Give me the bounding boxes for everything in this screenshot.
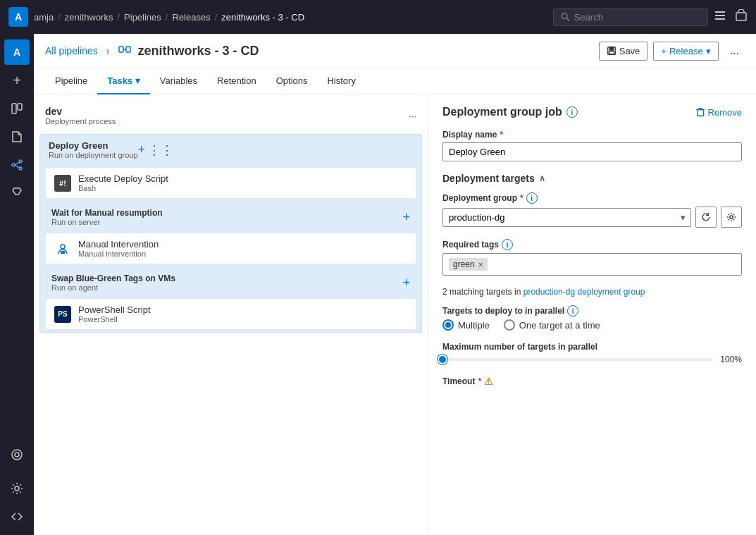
- slider-thumb[interactable]: [438, 355, 447, 364]
- bash-icon: #!: [54, 175, 71, 192]
- tag-remove-green[interactable]: ✕: [478, 261, 483, 269]
- refresh-icon: [701, 212, 711, 222]
- tab-retention[interactable]: Retention: [207, 68, 266, 94]
- tag-green: green ✕: [449, 258, 488, 271]
- deployment-group-job-info-icon[interactable]: i: [566, 106, 578, 118]
- nav-tabs: Pipeline Tasks ▾ Variables Retention Opt…: [34, 68, 756, 94]
- topbar-action-icons: [714, 9, 748, 25]
- sidebar-item-pipelines[interactable]: [4, 152, 30, 178]
- svg-point-9: [19, 160, 22, 163]
- task-name-execute-deploy: Execute Deploy Script: [78, 173, 407, 184]
- all-pipelines-link[interactable]: All pipelines: [45, 45, 98, 56]
- deployment-group-row: production-dg ▾: [442, 207, 742, 228]
- max-parallel-group: Maximum number of targets in parallel 10…: [442, 342, 742, 364]
- pipeline-icon: [118, 42, 132, 60]
- svg-line-11: [15, 162, 19, 165]
- phase-header-server: Wait for Manual resumption Run on server…: [40, 204, 421, 230]
- powershell-icon: PS: [54, 306, 71, 323]
- more-actions-button[interactable]: ...: [724, 41, 745, 61]
- trash-icon: [695, 107, 705, 117]
- radio-one-at-a-time[interactable]: One target at a time: [504, 319, 600, 331]
- stage-subtitle: Deployment process: [45, 117, 116, 125]
- svg-rect-25: [697, 110, 703, 116]
- matching-text: 2 matching targets in production-dg depl…: [442, 287, 742, 297]
- sidebar-item-testplans[interactable]: [4, 180, 30, 206]
- svg-rect-21: [609, 51, 614, 54]
- tab-history[interactable]: History: [317, 68, 365, 94]
- display-name-input[interactable]: [442, 142, 742, 161]
- page-title: zenithworks - 3 - CD: [118, 42, 259, 60]
- task-group-subtitle: Run on deployment group: [49, 151, 138, 159]
- task-group-drag-icon[interactable]: ⋮⋮: [148, 142, 173, 158]
- search-input[interactable]: [574, 12, 700, 23]
- topbar-breadcrumb: amja / zenithworks / Pipelines / Release…: [34, 12, 547, 23]
- svg-line-12: [15, 165, 19, 168]
- svg-rect-17: [126, 47, 130, 52]
- sidebar-item-collapse[interactable]: [4, 504, 30, 529]
- breadcrumb-zenithworks[interactable]: zenithworks: [65, 12, 113, 23]
- phase-header-agent: Swap Blue-Green Tags on VMs Run on agent…: [40, 269, 421, 296]
- content-area: dev Deployment process ··· Deploy Green …: [34, 94, 756, 535]
- task-group-header[interactable]: Deploy Green Run on deployment group + ⋮…: [40, 135, 421, 165]
- shop-icon[interactable]: [735, 9, 748, 25]
- task-item-manual-intervention[interactable]: Manual Intervention Manual intervention: [46, 233, 416, 264]
- tags-input[interactable]: green ✕: [442, 253, 742, 276]
- breadcrumb-releases[interactable]: Releases: [172, 12, 210, 23]
- svg-rect-20: [609, 47, 613, 50]
- tab-variables[interactable]: Variables: [150, 68, 207, 94]
- breadcrumb-amja[interactable]: amja: [34, 12, 54, 23]
- matching-link[interactable]: production-dg deployment group: [523, 287, 645, 297]
- remove-button[interactable]: Remove: [695, 107, 742, 118]
- search-box[interactable]: [553, 8, 708, 26]
- tab-tasks[interactable]: Tasks ▾: [97, 68, 150, 94]
- svg-rect-5: [736, 13, 746, 20]
- left-panel: dev Deployment process ··· Deploy Green …: [34, 94, 428, 535]
- timeout-group: Timeout * ⚠: [442, 376, 742, 387]
- task-group-deploy-green[interactable]: Deploy Green Run on deployment group + ⋮…: [39, 134, 422, 333]
- sidebar: A +: [0, 34, 34, 535]
- sidebar-item-repos[interactable]: [4, 124, 30, 149]
- refresh-button[interactable]: [695, 207, 717, 228]
- sidebar-item-artifacts[interactable]: [4, 442, 30, 467]
- save-icon: [607, 46, 616, 56]
- sidebar-item-new[interactable]: +: [4, 68, 30, 93]
- task-item-powershell[interactable]: PS PowerShell Script PowerShell: [46, 299, 416, 329]
- list-icon[interactable]: [714, 9, 726, 25]
- svg-rect-6: [12, 104, 16, 113]
- sidebar-item-settings[interactable]: [4, 476, 30, 501]
- save-button[interactable]: Save: [599, 42, 648, 61]
- tab-options[interactable]: Options: [266, 68, 318, 94]
- task-name-powershell: PowerShell Script: [78, 305, 407, 315]
- radio-one-indicator: [504, 319, 515, 331]
- slider-row: 100%: [442, 355, 742, 364]
- svg-rect-3: [715, 15, 725, 16]
- required-tags-info-icon[interactable]: i: [502, 239, 513, 250]
- sidebar-item-home[interactable]: A: [4, 39, 30, 65]
- person-icon: [54, 240, 71, 257]
- phase-sub-agent: Run on agent: [51, 283, 175, 292]
- release-button[interactable]: + Release ▾: [653, 42, 718, 61]
- task-group-add-icon[interactable]: +: [138, 142, 146, 158]
- deployment-targets-section[interactable]: Deployment targets ∧: [442, 173, 742, 184]
- deployment-group-select[interactable]: production-dg: [442, 208, 691, 227]
- svg-point-15: [15, 486, 19, 491]
- azure-devops-logo[interactable]: A: [8, 7, 28, 27]
- tab-pipeline[interactable]: Pipeline: [45, 68, 97, 94]
- phase-add-button-server[interactable]: +: [402, 210, 410, 225]
- radio-multiple[interactable]: Multiple: [442, 319, 490, 331]
- task-item-execute-deploy[interactable]: #! Execute Deploy Script Bash: [46, 168, 416, 198]
- phase-name-swap: Swap Blue-Green Tags on VMs: [51, 273, 175, 283]
- breadcrumb-pipelines[interactable]: Pipelines: [124, 12, 161, 23]
- settings-button[interactable]: [721, 207, 742, 228]
- section-chevron-icon: ∧: [539, 173, 545, 183]
- targets-parallel-info-icon[interactable]: i: [567, 305, 578, 316]
- sidebar-item-boards[interactable]: [4, 96, 30, 121]
- svg-point-0: [562, 13, 567, 19]
- stage-menu-button[interactable]: ···: [409, 111, 416, 121]
- radio-group-parallel: Multiple One target at a time: [442, 319, 742, 331]
- panel-header: Deployment group job i Remove: [442, 106, 742, 118]
- deployment-group-field-info-icon[interactable]: i: [526, 192, 538, 204]
- phase-add-button-agent[interactable]: +: [402, 276, 410, 290]
- radio-multiple-indicator: [442, 319, 454, 331]
- svg-rect-23: [61, 251, 63, 254]
